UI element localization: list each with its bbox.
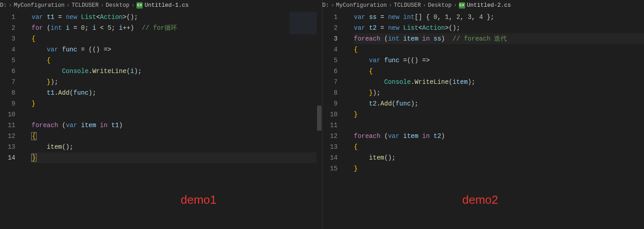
breadcrumb[interactable]: D: › MyConfiguration › TCLDUSER › Deskto…: [322, 0, 644, 12]
breadcrumb-segment[interactable]: Desktop: [428, 2, 452, 9]
breadcrumb-segment[interactable]: Desktop: [106, 2, 130, 9]
code-line[interactable]: Console.WriteLine(i);: [32, 66, 322, 77]
line-number: 14: [322, 152, 338, 163]
code-line[interactable]: t2.Add(func);: [354, 98, 644, 109]
line-number: 10: [322, 109, 338, 120]
minimap[interactable]: [289, 12, 317, 34]
code-line[interactable]: });: [354, 87, 644, 98]
line-number: 2: [322, 23, 338, 33]
code-line[interactable]: item();: [354, 152, 644, 163]
line-number: 13: [0, 142, 15, 152]
code-line[interactable]: var func = (() =>: [32, 44, 322, 55]
chevron-right-icon: ›: [101, 2, 104, 9]
code-line[interactable]: [32, 109, 322, 120]
line-number: 9: [322, 98, 338, 109]
line-number: 1: [322, 12, 338, 23]
line-number: 10: [0, 109, 15, 120]
chevron-right-icon: ›: [423, 2, 426, 9]
breadcrumb[interactable]: D: › MyConfiguration › TCLDUSER › Deskto…: [0, 0, 322, 12]
breadcrumb-file[interactable]: C# Untitled-2.cs: [459, 2, 511, 9]
breadcrumb-segment[interactable]: TCLDUSER: [394, 2, 421, 9]
breadcrumb-segment[interactable]: MyConfiguration: [14, 2, 65, 9]
code-line[interactable]: var t2 = new List<Action>();: [354, 23, 644, 33]
code-line[interactable]: {: [354, 142, 644, 152]
code-line[interactable]: var func =(() =>: [354, 55, 644, 66]
line-number: 6: [322, 66, 338, 77]
line-number: 8: [322, 87, 338, 98]
line-number: 11: [322, 120, 338, 131]
line-number-gutter[interactable]: 123456789101112131415: [322, 12, 346, 229]
breadcrumb-file[interactable]: C# Untitled-1.cs: [136, 2, 189, 9]
breadcrumb-segment[interactable]: MyConfiguration: [336, 2, 387, 9]
code-line[interactable]: }: [32, 152, 322, 163]
code-line[interactable]: {: [32, 131, 322, 142]
editor-pane-left: D: › MyConfiguration › TCLDUSER › Deskto…: [0, 0, 322, 229]
line-number: 9: [0, 98, 15, 109]
line-number: 12: [322, 131, 338, 142]
code-line[interactable]: {: [354, 66, 644, 77]
chevron-right-icon: ›: [131, 2, 135, 9]
editor-split-root: D: › MyConfiguration › TCLDUSER › Deskto…: [0, 0, 644, 229]
line-number: 2: [0, 23, 15, 33]
line-number: 6: [0, 66, 15, 77]
code-line[interactable]: var ss = new int[] { 0, 1, 2, 3, 4 };: [354, 12, 644, 23]
code-line[interactable]: foreach (var item in t1): [32, 120, 322, 131]
code-line[interactable]: {: [32, 55, 322, 66]
breadcrumb-file-label: Untitled-2.cs: [467, 2, 511, 9]
line-number: 3: [0, 33, 15, 44]
code-line[interactable]: Console.WriteLine(item);: [354, 77, 644, 87]
code-line[interactable]: foreach (var item in t2): [354, 131, 644, 142]
code-line[interactable]: var t1 = new List<Action>();: [32, 12, 322, 23]
line-number: 14: [0, 152, 15, 163]
code-line[interactable]: item();: [32, 142, 322, 152]
scrollbar-thumb[interactable]: [317, 105, 322, 131]
line-number: 3: [322, 33, 338, 44]
editor-body: 1234567891011121314 var t1 = new List<Ac…: [0, 12, 322, 229]
line-number: 12: [0, 131, 15, 142]
chevron-right-icon: ›: [453, 2, 457, 9]
code-line[interactable]: }: [32, 98, 322, 109]
line-number-gutter[interactable]: 1234567891011121314: [0, 12, 23, 229]
code-line[interactable]: foreach (int item in ss) // foreach 迭代: [354, 33, 644, 44]
chevron-right-icon: ›: [9, 2, 12, 9]
line-number: 5: [0, 55, 15, 66]
code-line[interactable]: }: [354, 109, 644, 120]
breadcrumb-segment[interactable]: D:: [322, 2, 329, 9]
line-number: 8: [0, 87, 15, 98]
demo-annotation: demo2: [462, 193, 499, 207]
csharp-file-icon: C#: [459, 2, 465, 9]
code-line[interactable]: for (int i = 0; i < 5; i++) // for循环: [32, 23, 322, 33]
csharp-file-icon: C#: [136, 2, 143, 9]
breadcrumb-segment[interactable]: TCLDUSER: [72, 2, 99, 9]
line-number: 4: [0, 44, 15, 55]
code-area[interactable]: var t1 = new List<Action>();for (int i =…: [23, 12, 322, 229]
line-number: 4: [322, 44, 338, 55]
line-number: 7: [322, 77, 338, 87]
line-number: 13: [322, 142, 338, 152]
breadcrumb-file-label: Untitled-1.cs: [145, 2, 189, 9]
chevron-right-icon: ›: [66, 2, 70, 9]
code-line[interactable]: t1.Add(func);: [32, 87, 322, 98]
breadcrumb-segment[interactable]: D:: [0, 2, 7, 9]
code-line[interactable]: [354, 120, 644, 131]
code-line[interactable]: }: [354, 163, 644, 174]
line-number: 15: [322, 163, 338, 174]
line-number: 1: [0, 12, 15, 23]
code-line[interactable]: });: [32, 77, 322, 87]
line-number: 5: [322, 55, 338, 66]
line-number: 7: [0, 77, 15, 87]
editor-pane-right: D: › MyConfiguration › TCLDUSER › Deskto…: [322, 0, 644, 229]
chevron-right-icon: ›: [331, 2, 335, 9]
code-line[interactable]: {: [32, 33, 322, 44]
demo-annotation: demo1: [181, 193, 217, 207]
chevron-right-icon: ›: [389, 2, 392, 9]
code-line[interactable]: {: [354, 44, 644, 55]
vertical-scrollbar[interactable]: [317, 12, 322, 229]
line-number: 11: [0, 120, 15, 131]
